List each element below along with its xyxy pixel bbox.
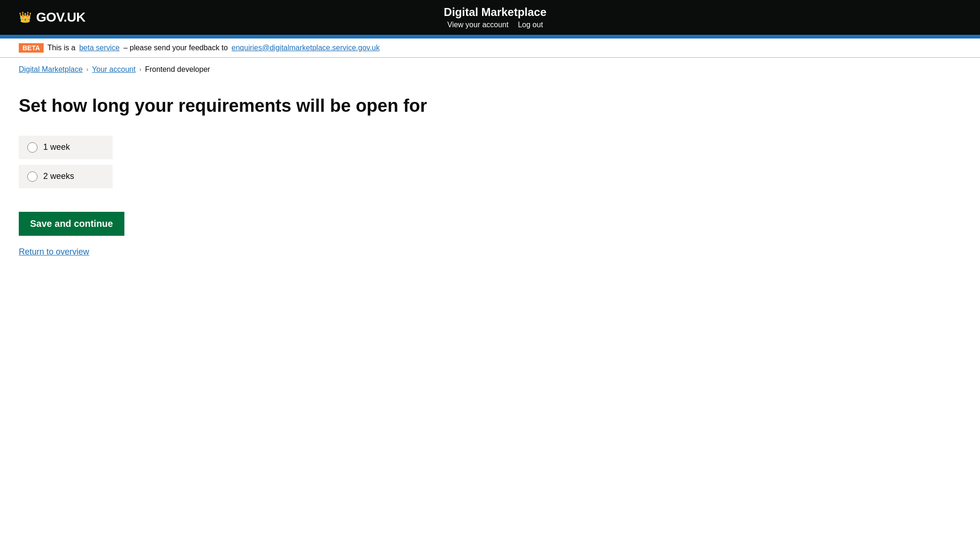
save-continue-button[interactable]: Save and continue bbox=[19, 212, 124, 236]
radio-option-2-weeks[interactable]: 2 weeks bbox=[19, 165, 113, 188]
page-title: Set how long your requirements will be o… bbox=[19, 95, 432, 117]
view-account-link[interactable]: View your account bbox=[447, 21, 508, 29]
beta-text-middle: – please send your feedback to bbox=[123, 44, 228, 52]
breadcrumb-separator-1: › bbox=[86, 66, 88, 73]
breadcrumb-separator-2: › bbox=[139, 66, 141, 73]
logout-link[interactable]: Log out bbox=[518, 21, 543, 29]
header-title: Digital Marketplace bbox=[444, 6, 547, 19]
beta-banner: BETA This is a beta service – please sen… bbox=[0, 39, 980, 58]
beta-email-link[interactable]: enquiries@digitalmarketplace.service.gov… bbox=[231, 44, 380, 52]
beta-service-link[interactable]: beta service bbox=[79, 44, 120, 52]
return-to-overview-link[interactable]: Return to overview bbox=[19, 247, 432, 257]
radio-input-2-weeks[interactable] bbox=[27, 171, 38, 182]
radio-group: 1 week 2 weeks bbox=[19, 136, 432, 188]
site-header: 👑 GOV.UK Digital Marketplace View your a… bbox=[0, 0, 980, 35]
breadcrumb-current: Frontend developer bbox=[145, 65, 210, 74]
radio-option-1-week[interactable]: 1 week bbox=[19, 136, 113, 159]
beta-text-before: This is a bbox=[47, 44, 76, 52]
gov-logo-area: 👑 GOV.UK bbox=[19, 10, 85, 25]
blue-bar bbox=[0, 35, 980, 39]
breadcrumb-digital-marketplace[interactable]: Digital Marketplace bbox=[19, 65, 83, 74]
breadcrumb: Digital Marketplace › Your account › Fro… bbox=[0, 58, 980, 81]
radio-label-1-week: 1 week bbox=[43, 142, 70, 152]
radio-label-2-weeks: 2 weeks bbox=[43, 171, 74, 181]
crown-icon: 👑 bbox=[19, 11, 31, 23]
radio-input-1-week[interactable] bbox=[27, 142, 38, 153]
main-content: Set how long your requirements will be o… bbox=[0, 81, 451, 285]
header-center: Digital Marketplace View your account Lo… bbox=[444, 6, 547, 29]
gov-uk-logo[interactable]: GOV.UK bbox=[36, 10, 85, 25]
header-nav: View your account Log out bbox=[444, 21, 547, 29]
beta-tag: BETA bbox=[19, 43, 44, 53]
breadcrumb-your-account[interactable]: Your account bbox=[92, 65, 136, 74]
